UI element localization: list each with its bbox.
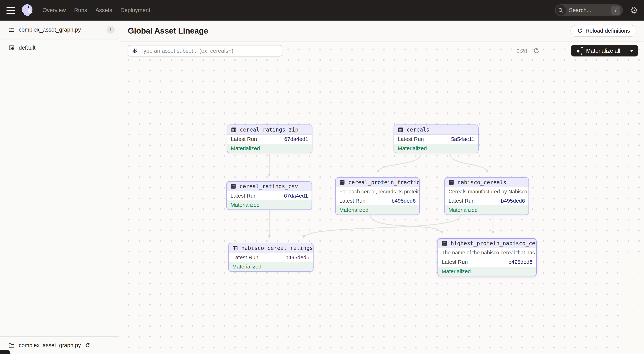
asset-name: cereal_ratings_csv xyxy=(240,183,298,190)
sidebar-item-code-location[interactable]: complex_asset_graph.py 1 xyxy=(0,21,119,39)
run-id-link[interactable]: 67da4ed1 xyxy=(284,136,308,142)
asset-node-header: cereal_protein_fractions xyxy=(336,178,419,187)
asset-node-nabisco_cereals[interactable]: nabisco_cereals Cereals manufactured by … xyxy=(444,177,529,215)
asset-description: For each cereal, records its protein ... xyxy=(336,187,419,196)
materialized-badge: Materialized xyxy=(336,205,419,215)
table-icon xyxy=(232,245,238,251)
code-location-label: complex_asset_graph.py xyxy=(19,27,81,33)
run-id-link[interactable]: 67da4ed1 xyxy=(284,193,308,199)
table-icon xyxy=(398,127,404,133)
latest-run-row: Latest Run b495ded6 xyxy=(336,196,419,205)
materialize-options-dropdown[interactable] xyxy=(625,50,638,52)
asset-description: Cereals manufactured by Nabisco xyxy=(445,187,528,196)
asset-node-header: cereal_ratings_csv xyxy=(227,182,312,191)
asset-node-header: nabisco_cereal_ratings xyxy=(229,243,313,253)
nav-overview[interactable]: Overview xyxy=(42,7,66,14)
search-shortcut-key: / xyxy=(612,6,620,15)
asset-node-highest_protein_nabisco_cereal[interactable]: highest_protein_nabisco_cereal The name … xyxy=(438,238,536,276)
reload-definitions-button[interactable]: Reload definitions xyxy=(570,25,636,37)
workspace-grid-icon xyxy=(8,45,15,51)
latest-run-label: Latest Run xyxy=(231,136,257,142)
latest-run-row: Latest Run b495ded6 xyxy=(229,253,313,262)
folder-icon xyxy=(8,27,15,33)
materialized-badge: Materialized xyxy=(229,262,313,271)
asset-subset-filter[interactable] xyxy=(128,45,282,57)
table-icon xyxy=(339,180,345,185)
nav-assets[interactable]: Assets xyxy=(96,7,112,14)
asset-name: highest_protein_nabisco_cereal xyxy=(451,240,536,246)
materialize-all-label: Materialize all xyxy=(586,48,620,54)
op-selector-icon xyxy=(132,48,138,54)
reload-definitions-label: Reload definitions xyxy=(586,28,630,34)
menu-icon[interactable] xyxy=(6,7,15,14)
edge-cereals-to-nabisco_cereals xyxy=(450,154,487,172)
refresh-timer: 0:28 xyxy=(516,48,527,55)
search-input[interactable] xyxy=(569,7,612,14)
chevron-down-icon xyxy=(630,50,634,52)
asset-count-badge: 1 xyxy=(106,26,115,34)
page-title: Global Asset Lineage xyxy=(128,26,208,36)
gear-icon[interactable]: ⚙ xyxy=(630,6,638,15)
latest-run-label: Latest Run xyxy=(448,198,474,204)
run-id-link[interactable]: b495ded6 xyxy=(286,254,310,261)
latest-run-row: Latest Run b495ded6 xyxy=(445,196,528,205)
sidebar-footer-code-location: complex_asset_graph.py xyxy=(0,336,119,354)
group-label: default xyxy=(19,45,36,51)
edge-cereal_ratings_zip-to-cereal_ratings_csv xyxy=(269,154,270,176)
materialize-all-split-button: ✦✦✦ Materialize all xyxy=(571,45,638,57)
asset-node-header: cereals xyxy=(394,125,478,135)
reload-location-icon[interactable] xyxy=(85,342,91,348)
primary-nav: Overview Runs Assets Deployment xyxy=(42,7,150,14)
asset-node-nabisco_cereal_ratings[interactable]: nabisco_cereal_ratings Latest Run b495de… xyxy=(228,243,314,272)
latest-run-label: Latest Run xyxy=(230,193,256,199)
asset-node-cereal_ratings_zip[interactable]: cereal_ratings_zip Latest Run 67da4ed1 M… xyxy=(227,124,312,153)
sidebar-item-default-group[interactable]: default xyxy=(0,39,119,57)
asset-name: cereal_protein_fractions xyxy=(348,179,420,186)
materialized-badge: Materialized xyxy=(445,205,528,215)
footer-code-location-label: complex_asset_graph.py xyxy=(19,342,81,348)
folder-icon xyxy=(8,342,15,348)
table-icon xyxy=(231,127,236,133)
dagster-logo[interactable] xyxy=(20,3,34,17)
edge-cereals-to-cereal_protein_fractions xyxy=(378,154,421,172)
top-nav-bar: Overview Runs Assets Deployment / ⚙ xyxy=(0,0,644,21)
asset-node-header: nabisco_cereals xyxy=(445,178,528,187)
nav-runs[interactable]: Runs xyxy=(74,7,87,14)
edge-nabisco_cereals-to-nabisco_cereal_ratings xyxy=(304,216,460,238)
asset-subset-input[interactable] xyxy=(140,48,278,54)
nav-deployment[interactable]: Deployment xyxy=(120,7,150,14)
asset-groups-sidebar: complex_asset_graph.py 1 default complex… xyxy=(0,21,119,354)
latest-run-label: Latest Run xyxy=(232,254,258,261)
asset-lineage-canvas[interactable]: cereal_ratings_zip Latest Run 67da4ed1 M… xyxy=(119,42,644,354)
run-id-link[interactable]: b495ded6 xyxy=(392,198,416,204)
page-header: Global Asset Lineage Reload definitions xyxy=(119,21,644,42)
global-search[interactable]: / xyxy=(555,4,623,16)
materialize-all-button[interactable]: ✦✦✦ Materialize all xyxy=(571,47,625,55)
table-icon xyxy=(448,180,454,185)
materialized-badge: Materialized xyxy=(438,267,536,276)
asset-name: nabisco_cereal_ratings xyxy=(241,245,313,251)
zoom-controls xyxy=(627,254,644,354)
latest-run-label: Latest Run xyxy=(442,259,468,265)
asset-node-cereal_ratings_csv[interactable]: cereal_ratings_csv Latest Run 67da4ed1 M… xyxy=(226,181,312,210)
run-id-link[interactable]: b495ded6 xyxy=(508,259,532,265)
search-icon xyxy=(556,5,566,16)
asset-node-cereals[interactable]: cereals Latest Run 5a54ac11 Materialized xyxy=(394,124,478,153)
refresh-graph-icon[interactable] xyxy=(533,47,540,55)
asset-description: The name of the nabisco cereal that has … xyxy=(438,248,536,257)
asset-node-header: highest_protein_nabisco_cereal xyxy=(438,239,536,248)
latest-run-row: Latest Run b495ded6 xyxy=(438,257,536,267)
asset-name: nabisco_cereals xyxy=(458,179,506,186)
run-id-link[interactable]: b495ded6 xyxy=(501,198,525,204)
materialized-badge: Materialized xyxy=(227,144,312,153)
materialized-badge: Materialized xyxy=(394,144,478,153)
asset-node-cereal_protein_fractions[interactable]: cereal_protein_fractions For each cereal… xyxy=(335,177,420,215)
run-id-link[interactable]: 5a54ac11 xyxy=(451,136,474,142)
table-icon xyxy=(442,241,448,246)
latest-run-row: Latest Run 67da4ed1 xyxy=(227,191,312,200)
table-icon xyxy=(230,184,236,189)
asset-node-header: cereal_ratings_zip xyxy=(227,125,312,135)
refresh-icon xyxy=(577,28,583,34)
materialized-badge: Materialized xyxy=(227,200,312,210)
materialize-sparkle-icon: ✦✦✦ xyxy=(575,47,583,55)
